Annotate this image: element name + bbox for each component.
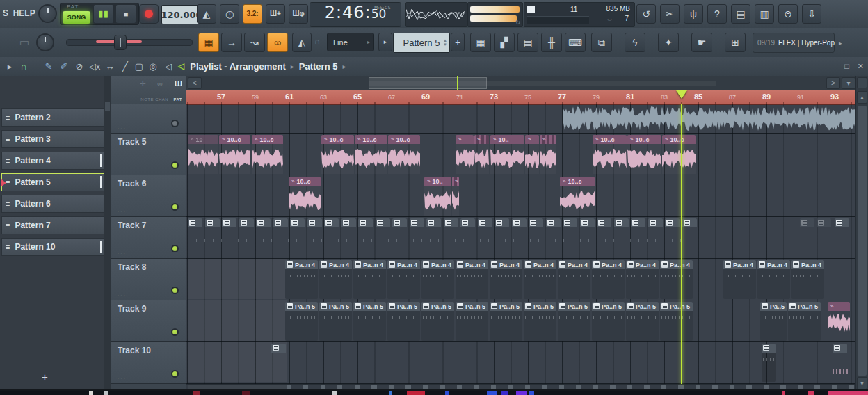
mini-pattern-clip[interactable] bbox=[529, 218, 543, 227]
snap-selector[interactable]: Line▸ bbox=[327, 33, 374, 51]
pattern-clip[interactable]: Pa..n 4 bbox=[723, 260, 756, 300]
audio-clip[interactable]: » bbox=[828, 302, 850, 341]
save-new-version-button[interactable]: ▥ bbox=[755, 4, 774, 24]
mini-pattern-clip[interactable] bbox=[495, 218, 509, 227]
wait-for-input-button[interactable]: ◷ bbox=[220, 4, 239, 24]
track-led[interactable] bbox=[171, 120, 179, 127]
pattern-clip[interactable]: Pa..5 bbox=[760, 302, 787, 341]
audio-clip[interactable] bbox=[563, 106, 855, 132]
playlist-track-lane[interactable]: Pa..n 4Pa..n 4Pa..n 4Pa..n 4Pa..n 4Pa..n… bbox=[186, 259, 855, 300]
track-led[interactable] bbox=[171, 328, 179, 336]
add-pattern-plus-button[interactable]: + bbox=[42, 371, 48, 382]
audio-clip[interactable]: »10.. bbox=[490, 135, 524, 174]
mini-pattern-clip[interactable] bbox=[256, 218, 271, 227]
pattern-clip[interactable]: Pa..n 5 bbox=[626, 302, 659, 341]
mini-pattern-clip[interactable] bbox=[376, 218, 390, 227]
pat-mode-label[interactable]: PAT bbox=[67, 3, 79, 10]
pattern-item[interactable]: ≡Pattern 7 bbox=[1, 216, 104, 234]
pattern-clip[interactable]: Pa..n 4 bbox=[319, 260, 352, 300]
mini-pattern-clip[interactable] bbox=[444, 218, 458, 227]
mini-pattern-clip[interactable] bbox=[597, 218, 611, 227]
pattern-clip[interactable]: Pa..n 4 bbox=[353, 260, 386, 300]
group-link-button[interactable]: ∞ bbox=[267, 33, 288, 52]
maximize-button[interactable]: □ bbox=[844, 62, 849, 70]
undo-button[interactable]: ↺ bbox=[636, 4, 656, 24]
step-edit-button[interactable]: ▦ bbox=[198, 33, 219, 52]
tempo-display[interactable]: 120.000▲▼ bbox=[161, 5, 202, 24]
navigator-menu-button[interactable]: ▾ bbox=[842, 77, 855, 89]
playlist-track-lane[interactable] bbox=[186, 217, 855, 259]
track-led[interactable] bbox=[171, 161, 179, 169]
pattern-clip[interactable]: Pa..n 4 bbox=[757, 260, 790, 300]
audio-clip[interactable]: »10..c bbox=[355, 135, 387, 174]
browser-window-button[interactable]: ⌨ bbox=[565, 33, 586, 52]
playlist-title[interactable]: ◁ Playlist - Arrangement ▸ Pattern 5 ▸ bbox=[178, 57, 351, 75]
pattern-item[interactable]: ≡Pattern 6 bbox=[1, 195, 104, 213]
pattern-clip[interactable]: Pa..n 5 bbox=[387, 302, 420, 341]
track-header[interactable]: Track 9··· bbox=[111, 300, 186, 342]
pattern-picker-arrow[interactable]: ▸ bbox=[378, 33, 392, 51]
import-button[interactable]: ⇩ bbox=[802, 4, 821, 24]
track-header[interactable]: Track 8··· bbox=[111, 259, 186, 300]
new-project-button[interactable]: ⧉ bbox=[591, 33, 612, 52]
mini-pattern-clip[interactable] bbox=[307, 218, 322, 227]
pattern-clip[interactable]: Pa..n 4 bbox=[791, 260, 824, 300]
scroll-left-button[interactable]: < bbox=[188, 77, 202, 89]
pattern-clip[interactable]: Pa..n 4 bbox=[558, 260, 590, 300]
mini-pattern-clip[interactable] bbox=[426, 218, 441, 227]
track-header[interactable]: Track 10··· bbox=[111, 342, 186, 384]
mini-pattern-clip[interactable] bbox=[205, 218, 220, 227]
pattern-clip[interactable]: Pa..n 5 bbox=[421, 302, 454, 341]
select-tool[interactable]: ▢ bbox=[132, 59, 146, 73]
track-header[interactable]: Track 7··· bbox=[111, 217, 186, 259]
audio-clip[interactable]: »10..c bbox=[627, 135, 661, 174]
pattern-clip[interactable]: Pa..n 4 bbox=[285, 260, 318, 300]
mute-tool[interactable]: ◁x bbox=[88, 59, 102, 73]
add-pattern-button[interactable]: + bbox=[451, 33, 465, 51]
song-mode-button[interactable]: SONG bbox=[63, 11, 90, 24]
shuffle-knob[interactable] bbox=[36, 33, 54, 51]
vertical-scrollbar[interactable]: ▲ ▼ bbox=[855, 76, 868, 391]
pattern-clip[interactable]: Pa..n 4 bbox=[524, 260, 556, 300]
touch-mode-button[interactable]: ☛ bbox=[691, 33, 712, 52]
mini-pattern-clip[interactable] bbox=[271, 344, 286, 353]
stop-button[interactable]: ■ bbox=[115, 4, 136, 24]
project-picker[interactable]: 09/19 FLEX | Hyper-Pop ▸ bbox=[753, 33, 835, 53]
record-audio-button[interactable]: ψ bbox=[684, 4, 703, 24]
mini-pattern-clip[interactable] bbox=[665, 218, 680, 227]
minimize-button[interactable]: — bbox=[828, 62, 836, 70]
playlist-track-lane[interactable]: »10»10..c»10..c»10..c»10..c»10..c»»»10..… bbox=[186, 134, 855, 175]
track-header[interactable]: Track 5··· bbox=[111, 134, 186, 175]
playlist-menu-arrow[interactable]: ▸ bbox=[3, 59, 17, 73]
meter-reset-icon[interactable]: ↻ bbox=[515, 19, 520, 26]
record-button[interactable] bbox=[139, 4, 159, 24]
slice-tool[interactable]: ╱ bbox=[118, 59, 132, 73]
mini-pattern-clip[interactable] bbox=[631, 218, 645, 227]
time-display[interactable]: 2:46:50 M:S:CS bbox=[310, 2, 401, 27]
scroll-down-button[interactable]: ▼ bbox=[857, 377, 867, 389]
mini-pattern-clip[interactable] bbox=[239, 218, 254, 227]
pattern-item[interactable]: ≡Pattern 3 bbox=[1, 130, 104, 148]
playback-tool[interactable]: ◁ bbox=[161, 59, 175, 73]
mini-pattern-clip[interactable] bbox=[410, 218, 424, 227]
countdown-button[interactable]: 3.2: bbox=[243, 4, 262, 24]
cut-button[interactable]: ✂ bbox=[660, 4, 680, 24]
track-led[interactable] bbox=[171, 203, 179, 211]
zoom-tool[interactable]: ◎ bbox=[146, 59, 160, 73]
metronome-button[interactable]: ◭ bbox=[292, 33, 312, 52]
overdub-button[interactable]: Ш+ bbox=[266, 4, 285, 24]
playlist-track-lane[interactable] bbox=[186, 104, 855, 134]
audio-clip[interactable]: » bbox=[456, 135, 474, 174]
pattern-clip[interactable]: Pa..n 4 bbox=[660, 260, 693, 300]
audio-clip[interactable]: »10..c bbox=[662, 135, 696, 174]
pitch-slider[interactable] bbox=[66, 39, 193, 46]
mini-pattern-clip[interactable] bbox=[682, 218, 697, 227]
slide-notes-button[interactable]: ↝ bbox=[244, 33, 265, 52]
metronome-button[interactable]: ◭ bbox=[197, 4, 216, 24]
pattern-item[interactable]: ≡Pattern 4 bbox=[1, 152, 104, 170]
song-navigator[interactable]: < > ▾ bbox=[186, 76, 855, 91]
audio-clip[interactable]: » bbox=[474, 135, 489, 174]
playlist-track-lane[interactable]: Pa..n 5Pa..n 5Pa..n 5Pa..n 5Pa..n 5Pa..n… bbox=[186, 300, 855, 342]
audio-clip[interactable]: » bbox=[540, 135, 556, 174]
channel-rack-window-button[interactable]: ▤ bbox=[517, 33, 538, 52]
